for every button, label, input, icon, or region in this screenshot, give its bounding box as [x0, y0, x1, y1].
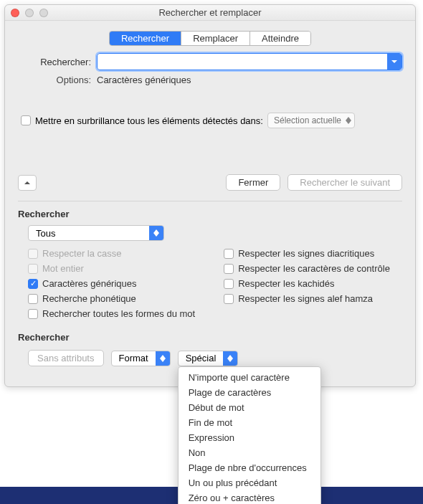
special-menu-item-2[interactable]: Début de mot — [179, 400, 320, 415]
format-select-label: Format — [112, 353, 156, 363]
tab-rechercher[interactable]: Rechercher — [110, 32, 181, 45]
special-select[interactable]: Spécial — [178, 351, 239, 366]
check-left-3-label: Recherche phonétique — [42, 293, 136, 304]
special-menu-item-0[interactable]: N'importe quel caractère — [179, 370, 320, 385]
check-right-2-box[interactable] — [224, 279, 234, 289]
check-right-0-label: Respecter les signes diacritiques — [238, 248, 374, 259]
check-left-4-box[interactable] — [28, 309, 38, 319]
special-menu-item-4[interactable]: Expression — [179, 430, 320, 445]
check-left-3-box[interactable] — [28, 294, 38, 304]
check-left-1-box — [28, 264, 38, 274]
section-format-title: Rechercher — [18, 332, 402, 343]
check-left-0-label: Respecter la casse — [42, 248, 122, 259]
check-left-2-box[interactable] — [28, 279, 38, 289]
check-right-2: Respecter les kachidés — [224, 278, 390, 289]
search-label: Rechercher: — [18, 57, 97, 67]
search-combobox[interactable] — [97, 53, 402, 70]
check-right-1-box[interactable] — [224, 264, 234, 274]
format-select[interactable]: Format — [111, 351, 171, 366]
check-left-1: Mot entier — [28, 263, 195, 274]
mode-tabs: Rechercher Remplacer Atteindre — [109, 31, 311, 46]
options-label: Options: — [18, 75, 97, 85]
section-search-options-title: Rechercher — [18, 209, 402, 219]
check-left-2-label: Caractères génériques — [42, 278, 137, 289]
special-menu-item-5[interactable]: Non — [179, 445, 320, 460]
titlebar: Rechercher et remplacer — [5, 5, 415, 21]
scope-select-value: Tous — [29, 228, 149, 239]
scope-select[interactable]: Tous — [28, 225, 164, 241]
check-left-3: Recherche phonétique — [28, 293, 195, 304]
dialog-window: Rechercher et remplacer Rechercher Rempl… — [4, 4, 416, 387]
tab-remplacer[interactable]: Remplacer — [181, 32, 250, 45]
search-history-dropdown-icon[interactable] — [387, 54, 401, 70]
check-right-1: Respecter les caractères de contrôle — [224, 263, 390, 274]
no-attributes-button[interactable]: Sans attributs — [28, 350, 104, 366]
check-right-3-label: Respecter les signes alef hamza — [238, 293, 373, 304]
check-left-2: Caractères génériques — [28, 278, 195, 289]
special-menu-item-6[interactable]: Plage de nbre d'occurrences — [179, 460, 320, 475]
special-select-label: Spécial — [179, 353, 224, 363]
check-left-4: Rechercher toutes les formes du mot — [28, 308, 195, 319]
special-menu-item-1[interactable]: Plage de caractères — [179, 385, 320, 400]
close-button[interactable]: Fermer — [226, 174, 280, 191]
special-menu-item-3[interactable]: Fin de mot — [179, 415, 320, 430]
check-left-4-label: Rechercher toutes les formes du mot — [42, 308, 195, 319]
check-right-0: Respecter les signes diacritiques — [224, 248, 390, 259]
highlight-all-checkbox[interactable] — [21, 115, 31, 125]
special-menu-item-7[interactable]: Un ou plus précédant — [179, 475, 320, 490]
check-left-0: Respecter la casse — [28, 248, 195, 259]
check-right-3: Respecter les signes alef hamza — [224, 293, 390, 304]
collapse-button[interactable] — [18, 175, 37, 191]
window-controls — [11, 9, 48, 17]
check-left-1-label: Mot entier — [42, 263, 84, 274]
minimize-window-icon — [25, 9, 34, 17]
highlight-scope-select[interactable]: Sélection actuelle — [267, 113, 355, 128]
special-menu: N'importe quel caractèrePlage de caractè… — [178, 366, 321, 505]
find-next-button[interactable]: Rechercher le suivant — [287, 174, 402, 191]
check-right-1-label: Respecter les caractères de contrôle — [238, 263, 390, 274]
check-right-0-box[interactable] — [224, 249, 234, 259]
options-value: Caractères génériques — [97, 75, 191, 85]
close-window-icon[interactable] — [11, 9, 19, 17]
search-input[interactable] — [98, 57, 387, 67]
check-right-2-label: Respecter les kachidés — [238, 278, 334, 289]
window-title: Rechercher et remplacer — [11, 7, 409, 18]
check-right-3-box[interactable] — [224, 294, 234, 304]
tab-atteindre[interactable]: Atteindre — [250, 32, 310, 45]
highlight-all-label: Mettre en surbrillance tous les éléments… — [35, 115, 263, 126]
highlight-scope-value: Sélection actuelle — [274, 115, 341, 125]
check-left-0-box — [28, 249, 38, 259]
special-menu-item-8[interactable]: Zéro ou + caractères — [179, 490, 320, 505]
zoom-window-icon — [39, 9, 48, 17]
